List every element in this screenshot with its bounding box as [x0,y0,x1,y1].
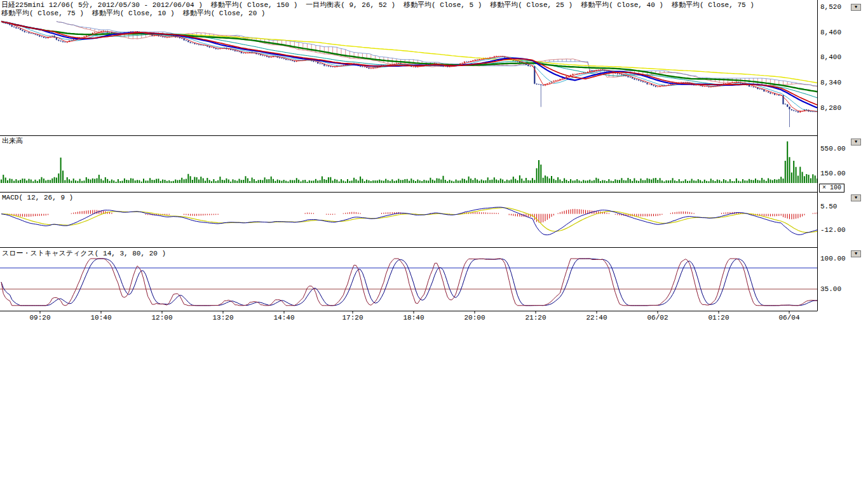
x-axis-label: 13:20 [204,314,242,322]
price-axis-label: 8,340 [820,79,841,86]
legend-item: 移動平均( Close, 5 ) [403,1,482,9]
x-axis-label: 14:40 [265,314,303,322]
price-axis-label: 8,400 [820,53,841,61]
x-axis-label: 21:20 [517,314,555,322]
stoch-axis-label: 35.00 [820,285,841,293]
legend-row-1: 日経225mini 12/06( 5分, 2012/05/30 - 2012/0… [1,1,763,9]
axis-scroll-down-button[interactable]: ▼ [851,250,861,257]
stoch-axis-label: 100.00 [820,255,846,262]
legend-item: 移動平均( Close, 75 ) [1,10,84,17]
x-axis-label: 12:00 [143,314,181,322]
legend-item: 移動平均( Close, 20 ) [183,10,266,17]
chart-application-window: 日経225mini 12/06( 5分, 2012/05/30 - 2012/0… [0,0,868,488]
x-axis-label: 10:40 [82,314,120,322]
macd-pane-label: MACD( 12, 26, 9 ) [2,194,73,201]
volume-axis-label: 150.00 [820,170,846,177]
legend-row-2: 移動平均( Close, 75 )移動平均( Close, 10 )移動平均( … [1,10,273,17]
volume-pane-label: 出来高 [2,137,23,145]
x-axis-label: 17:20 [334,314,372,322]
price-axis-label: 8,280 [820,104,841,112]
x-axis-label: 06/02 [639,314,677,322]
legend-item: 日経225mini 12/06( 5分, 2012/05/30 - 2012/0… [1,1,203,9]
legend-item: 一目均衡表( 9, 26, 52 ) [306,1,395,9]
x-axis-label: 20:00 [456,314,494,322]
axis-scroll-down-button[interactable]: ▼ [851,139,861,146]
macd-axis-label: 5.50 [820,203,837,210]
axis-scroll-down-button[interactable]: ▼ [851,194,861,201]
axis-scroll-down-button[interactable]: ▼ [851,4,861,11]
x-axis-label: 09:20 [21,314,59,322]
legend-item: 移動平均( Close, 25 ) [490,1,573,9]
legend-item: 移動平均( Close, 10 ) [92,10,175,17]
macd-axis-label: -12.00 [820,226,846,234]
price-axis-label: 8,520 [820,3,841,11]
volume-multiplier-badge: × 100 [819,184,844,193]
x-axis-label: 22:40 [578,314,616,322]
x-axis-label: 06/04 [770,314,808,322]
x-axis-label: 01:20 [700,314,738,322]
legend-item: 移動平均( Close, 40 ) [581,1,663,9]
x-axis-label: 18:40 [395,314,433,322]
volume-axis-label: 550.00 [820,145,846,152]
stoch-pane-label: スロー・ストキャスティクス( 14, 3, 80, 20 ) [2,250,166,257]
legend-item: 移動平均( Close, 150 ) [211,1,297,9]
legend-item: 移動平均( Close, 75 ) [672,1,754,9]
price-axis-label: 8,460 [820,29,841,36]
chart-plot-area[interactable] [0,0,868,327]
